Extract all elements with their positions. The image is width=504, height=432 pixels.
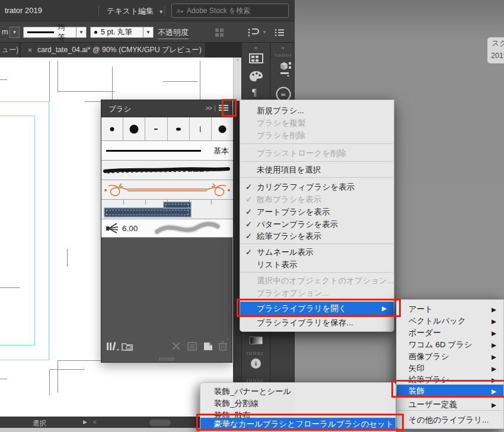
brush-swatch[interactable]: [190, 117, 212, 140]
brush-definition-dropdown[interactable]: 5 pt. 丸筆: [90, 27, 143, 38]
dock-grip: [275, 54, 291, 57]
submenu-item-other-library[interactable]: その他のライブラリ...: [397, 414, 503, 426]
collapse-panels-icon[interactable]: «: [282, 45, 284, 51]
library-item-dividers[interactable]: 装飾_分割線: [200, 398, 395, 409]
paragraph-panel-icon[interactable]: ¶: [252, 87, 257, 98]
active-document-tab[interactable]: × card_tate_04.ai* @ 90% (CMYK/GPU プレビュー…: [21, 43, 206, 57]
bristle-brush-row[interactable]: 6.00: [101, 219, 233, 238]
submenu-item-vector-pack[interactable]: ベクトルパック▶: [397, 315, 503, 327]
brush-definition-dropdown-button[interactable]: ▼: [143, 27, 154, 38]
submenu-item-image-brush[interactable]: 画像ブラシ▶: [397, 351, 503, 363]
divider: |: [214, 104, 216, 111]
decorative-brush-preview: [101, 180, 233, 200]
svg-text:∞: ∞: [127, 346, 130, 350]
menu-item-show-art[interactable]: ✓アートブラシを表示: [240, 206, 394, 218]
expand-panel-icon[interactable]: >>: [205, 104, 212, 111]
basic-brush-row[interactable]: 基本: [101, 141, 233, 161]
swatches-panel-icon[interactable]: [249, 53, 263, 64]
submenu-arrow-icon: ▶: [492, 303, 496, 315]
dock-grip: [247, 352, 263, 355]
brush-swatch[interactable]: [101, 117, 123, 140]
checkmark-icon: ✓: [245, 206, 255, 218]
svg-text:∞: ∞: [281, 91, 286, 98]
stroke-width-dropdown-button[interactable]: ▼: [9, 27, 20, 38]
brush-preview-dot: [94, 31, 97, 34]
remove-brush-stroke-icon[interactable]: [171, 341, 181, 351]
workspace-switcher[interactable]: テキスト編集▼: [107, 6, 164, 17]
submenu-arrow-icon: ▶: [492, 327, 496, 339]
menu-separator: [241, 272, 393, 273]
menu-separator: [397, 410, 503, 411]
menu-list-icon[interactable]: [275, 28, 284, 37]
canvas-vertical-scrollbar[interactable]: ⌃: [233, 57, 241, 101]
current-tool-label: 選択: [33, 419, 46, 428]
document-setup-icon[interactable]: [247, 27, 260, 38]
checkmark-icon: ✓: [245, 231, 255, 242]
menu-item-brush-options: ブラシオプション...: [240, 287, 394, 299]
menu-item-thumbnail-view[interactable]: ✓サムネール表示: [240, 247, 394, 258]
menu-item-save-brush-library[interactable]: ブラシライブラリを保存...: [240, 317, 394, 329]
stroke-style-dropdown-button[interactable]: ▼: [76, 27, 87, 38]
submenu-item-user-defined[interactable]: ユーザー定義▶: [397, 399, 503, 411]
brush-options-icon[interactable]: [187, 342, 197, 351]
brush-swatch[interactable]: [123, 117, 145, 140]
brush-swatch[interactable]: [212, 117, 233, 140]
stroke-style-dropdown[interactable]: 均等: [23, 27, 76, 38]
previous-document-tab[interactable]: ュー): [0, 43, 20, 57]
bristle-brush-preview: [154, 220, 221, 236]
search-icon: ⌕▾: [177, 6, 183, 15]
brushes-panel: ブラシ >> | 基本: [101, 100, 232, 363]
close-tab-icon[interactable]: ×: [28, 46, 32, 55]
charcoal-brush-row[interactable]: [101, 161, 233, 180]
annotation-box-elegant-curl-floral: [196, 414, 404, 431]
color-palette-icon[interactable]: [248, 70, 264, 83]
annotation-box-open-brush-library: [237, 299, 401, 317]
submenu-arrow-icon: ▶: [492, 351, 496, 363]
submenu-item-border[interactable]: ボーダー▶: [397, 327, 503, 339]
brush-libraries-icon[interactable]: [106, 341, 119, 351]
brush-swatch[interactable]: [145, 117, 167, 140]
submenu-item-art[interactable]: アート▶: [397, 303, 503, 315]
menu-item-new-brush[interactable]: 新規ブラシ...: [240, 105, 394, 117]
brush-swatch[interactable]: [168, 117, 190, 140]
new-brush-icon[interactable]: [203, 342, 213, 351]
opacity-link[interactable]: 不透明度: [158, 27, 189, 39]
pattern-brush-row[interactable]: [101, 200, 233, 219]
cc-libraries-icon[interactable]: ∞: [122, 341, 133, 351]
collapse-panels-icon[interactable]: «: [254, 45, 257, 51]
guide-rectangle-inner: [0, 116, 35, 345]
panel-resize-grip[interactable]: [159, 357, 174, 361]
menu-item-duplicate-brush: ブラシを複製: [240, 117, 394, 129]
asset-export-panel-icon[interactable]: [275, 60, 292, 78]
chevron-down-icon: ▼: [158, 9, 164, 15]
menu-item-select-unused[interactable]: 未使用項目を選択: [240, 164, 394, 176]
menu-item-show-bristle[interactable]: ✓絵筆ブラシを表示: [240, 231, 394, 242]
decorative-brush-row[interactable]: [101, 180, 233, 200]
adobe-stock-search-input[interactable]: ⌕▾ Adobe Stock を検索: [171, 4, 289, 18]
menu-item-show-scatter: ✓散布ブラシを表示: [240, 194, 394, 206]
delete-brush-icon[interactable]: [218, 341, 227, 351]
submenu-arrow-icon: ▶: [492, 339, 496, 351]
bristle-brush-icon: [106, 222, 119, 234]
bristle-brush-value: 6.00: [122, 224, 138, 233]
submenu-item-arrows[interactable]: 矢印▶: [397, 363, 503, 375]
info-panel-icon[interactable]: i: [251, 359, 261, 369]
panel-tab-brushes[interactable]: ブラシ: [109, 104, 131, 114]
library-item-banners-seals[interactable]: 装飾_バナーとシール: [200, 386, 395, 398]
menu-separator: [241, 161, 393, 162]
gradient-panel-icon[interactable]: [250, 337, 263, 344]
menu-item-remove-brush-stroke: ブラシストロークを削除: [240, 148, 394, 159]
menu-item-list-view[interactable]: リスト表示: [240, 259, 394, 271]
checkmark-icon: ✓: [245, 194, 255, 206]
pattern-stitch: [106, 210, 189, 215]
align-grid-icon[interactable]: [215, 28, 224, 37]
menu-item-show-calligraphic[interactable]: ✓カリグラフィブラシを表示: [240, 181, 394, 193]
play-arrow-icon[interactable]: ▶: [83, 419, 87, 425]
chevron-down-icon: ▼: [262, 30, 267, 35]
scrollbar-thumb[interactable]: [149, 420, 171, 426]
submenu-item-wacom-6d[interactable]: ワコム 6D ブラシ▶: [397, 339, 503, 351]
checkmark-icon: ✓: [245, 247, 255, 258]
menu-item-show-pattern[interactable]: ✓パターンブラシを表示: [240, 219, 394, 231]
brushes-panel-flyout-menu: 新規ブラシ... ブラシを複製 ブラシを削除 ブラシストロークを削除 未使用項目…: [240, 100, 394, 332]
back-arrow-icon[interactable]: <: [93, 419, 97, 425]
